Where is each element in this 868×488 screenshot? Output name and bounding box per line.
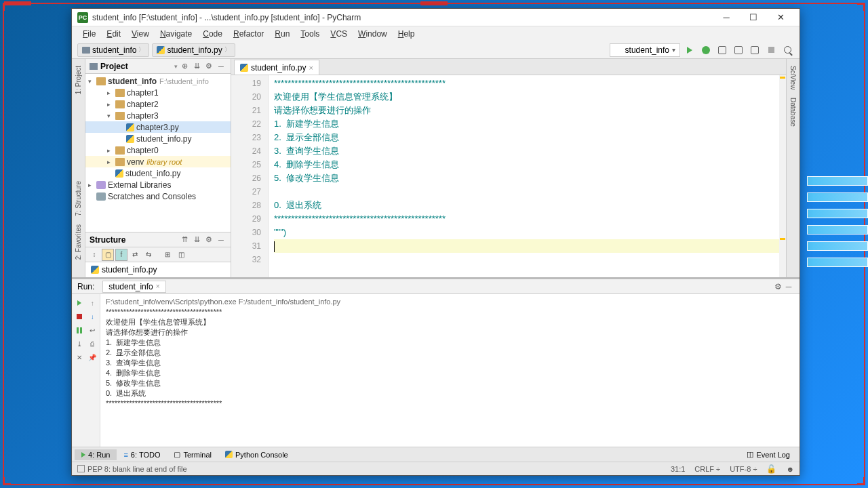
run-tab-label: 4: Run xyxy=(88,451,110,459)
pin-button[interactable]: 📌 xyxy=(87,351,99,363)
structure-file-item[interactable]: student_info.py xyxy=(91,265,225,274)
hide-button[interactable]: ─ xyxy=(783,282,794,291)
tree-root[interactable]: ▾student_infoF:\student_info xyxy=(85,75,231,87)
coverage-button[interactable] xyxy=(715,43,729,57)
status-checkbox[interactable] xyxy=(77,465,85,472)
minimize-button[interactable]: ─ xyxy=(713,9,740,26)
tree-item-chapter0[interactable]: ▸chapter0 xyxy=(85,144,231,156)
profile-button[interactable] xyxy=(732,43,745,57)
python-console-tab-button[interactable]: Python Console xyxy=(218,449,295,460)
tree-item-student_info-py[interactable]: student_info.py xyxy=(85,133,231,144)
editor-body[interactable]: 1920212223242526272829303132 ***********… xyxy=(231,75,786,277)
tree-item-student_info-py[interactable]: student_info.py xyxy=(85,167,231,179)
menu-refactor[interactable]: Refactor xyxy=(228,28,269,40)
settings-button[interactable]: ⚙ xyxy=(772,282,783,291)
search-icon xyxy=(784,46,791,54)
rail-favorites-tab[interactable]: 2: Favorites xyxy=(73,220,83,264)
search-everywhere-button[interactable] xyxy=(781,43,794,57)
breadcrumb-root[interactable]: student_info 〉 xyxy=(77,43,149,57)
encoding-selector[interactable]: UTF-8 ÷ xyxy=(730,465,757,473)
readonly-toggle[interactable]: 🔓 xyxy=(766,464,776,474)
settings-button[interactable]: ⚙ xyxy=(203,61,214,72)
run-button[interactable] xyxy=(683,43,696,57)
soft-wrap-button[interactable]: ↩ xyxy=(87,324,99,336)
menu-window[interactable]: Window xyxy=(353,28,393,40)
run-config-selector[interactable]: student_info ▾ xyxy=(610,43,680,57)
window-title: student_info [F:\student_info] - ...\stu… xyxy=(92,13,713,22)
menu-view[interactable]: View xyxy=(126,28,155,40)
rail-database-tab[interactable]: Database xyxy=(788,94,798,131)
warning-marker[interactable] xyxy=(780,77,785,79)
tree-external-libraries[interactable]: ▸External Libraries xyxy=(85,179,231,190)
scroll-from-source-button[interactable]: ⊕ xyxy=(179,61,190,72)
event-log-tab-button[interactable]: ◫ Event Log xyxy=(740,449,797,460)
filter-inherited-button[interactable]: f xyxy=(115,249,127,261)
autoscroll-from-button[interactable]: ⇆ xyxy=(142,249,155,261)
close-tab-button[interactable]: × xyxy=(309,64,313,72)
menu-file[interactable]: File xyxy=(77,28,101,40)
rail-structure-tab[interactable]: 7: Structure xyxy=(73,177,83,220)
code-area[interactable]: ****************************************… xyxy=(269,75,786,277)
hector-icon[interactable]: ☻ xyxy=(786,465,794,473)
debug-button[interactable] xyxy=(699,43,713,57)
wrap-icon: ↩ xyxy=(90,327,95,334)
menu-edit[interactable]: Edit xyxy=(101,28,126,40)
concurrent-icon xyxy=(751,46,759,54)
tree-item-chapter3-py[interactable]: chapter3.py xyxy=(85,121,231,133)
collapse-all-button[interactable]: ⇊ xyxy=(191,61,202,72)
close-tab-button[interactable]: × xyxy=(156,283,160,290)
scroll-end-button[interactable]: ⤓ xyxy=(73,338,85,350)
tree-item-chapter1[interactable]: ▸chapter1 xyxy=(85,87,231,98)
settings-button[interactable]: ⚙ xyxy=(203,235,214,245)
arrow-up-icon: ↑ xyxy=(91,300,94,307)
stop-run-button[interactable] xyxy=(73,310,85,323)
show-properties-button[interactable]: ◫ xyxy=(175,249,187,261)
tree-item-chapter2[interactable]: ▸chapter2 xyxy=(85,98,231,110)
down-trace-button[interactable]: ↓ xyxy=(87,310,99,323)
concurrent-button[interactable] xyxy=(748,43,762,57)
navbar: student_info 〉 student_info.py 〉 student… xyxy=(72,41,800,59)
python-icon xyxy=(91,266,99,274)
menu-help[interactable]: Help xyxy=(393,28,420,40)
editor-tab[interactable]: student_info.py × xyxy=(234,60,319,75)
console-output[interactable]: F:\student_info\venv\Scripts\python.exe … xyxy=(100,294,800,447)
menu-run[interactable]: Run xyxy=(269,28,295,40)
menu-vcs[interactable]: VCS xyxy=(325,28,353,40)
right-tool-rail: SciView Database xyxy=(786,59,800,277)
stop-button[interactable] xyxy=(764,43,778,57)
hide-button[interactable]: ─ xyxy=(216,61,226,72)
run-tab[interactable]: student_info × xyxy=(102,281,165,293)
autoscroll-to-button[interactable]: ⇄ xyxy=(129,249,141,261)
play-icon xyxy=(687,47,692,54)
group-methods-button[interactable]: ⊞ xyxy=(161,249,174,261)
sort-alpha-button[interactable]: ↕ xyxy=(88,249,100,261)
run-tab-button[interactable]: 4: Run xyxy=(75,449,117,460)
filter-fields-button[interactable]: ▢ xyxy=(102,249,114,261)
hide-button[interactable]: ─ xyxy=(216,235,226,245)
maximize-button[interactable]: ☐ xyxy=(740,9,767,26)
breadcrumb-file[interactable]: student_info.py 〉 xyxy=(152,43,235,57)
expand-all-button[interactable]: ⇈ xyxy=(179,235,190,245)
print-icon: ⎙ xyxy=(90,340,94,348)
up-trace-button[interactable]: ↑ xyxy=(87,297,99,309)
menu-navigate[interactable]: Navigate xyxy=(155,28,197,40)
clear-button[interactable]: ✕ xyxy=(73,351,85,363)
todo-tab-button[interactable]: ≡ 6: TODO xyxy=(117,449,167,460)
tree-item-venv[interactable]: ▸venvlibrary root xyxy=(85,156,231,167)
line-ending-selector[interactable]: CRLF ÷ xyxy=(694,465,720,473)
rerun-button[interactable] xyxy=(73,297,85,309)
rail-project-tab[interactable]: 1: Project xyxy=(73,62,83,98)
cursor-position[interactable]: 31:1 xyxy=(671,465,685,473)
warning-marker[interactable] xyxy=(780,238,785,240)
pause-button[interactable] xyxy=(73,324,85,336)
tree-item-chapter3[interactable]: ▾chapter3 xyxy=(85,110,231,121)
event-log-icon: ◫ xyxy=(747,450,753,459)
menu-code[interactable]: Code xyxy=(197,28,228,40)
print-button[interactable]: ⎙ xyxy=(87,338,99,350)
tree-scratches[interactable]: Scratches and Consoles xyxy=(85,190,231,202)
menu-tools[interactable]: Tools xyxy=(295,28,325,40)
terminal-tab-button[interactable]: ▢ Terminal xyxy=(167,449,218,460)
rail-sciview-tab[interactable]: SciView xyxy=(788,62,798,94)
collapse-all-button[interactable]: ⇊ xyxy=(191,235,202,245)
close-button[interactable]: ✕ xyxy=(767,9,794,26)
